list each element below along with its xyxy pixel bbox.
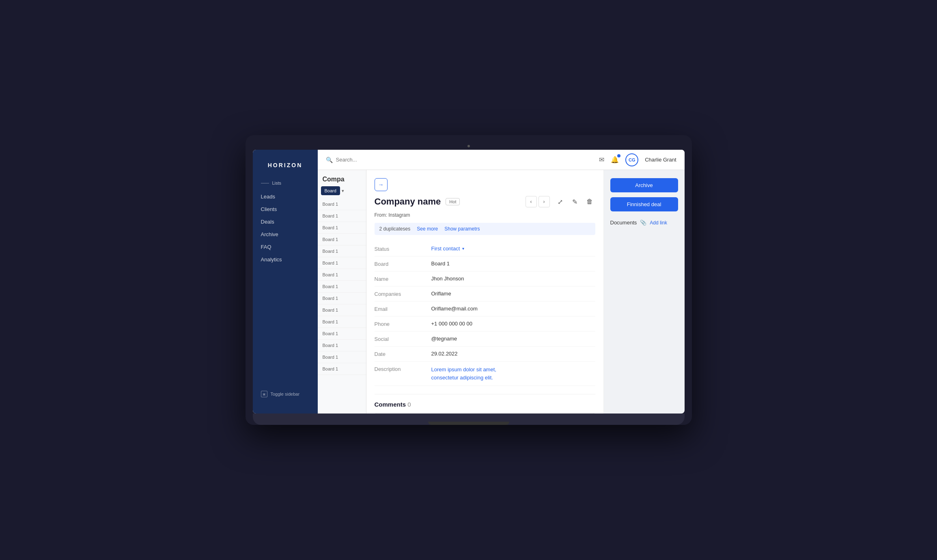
main-content: 🔍 ✉ 🔔 CG Charlie Grant xyxy=(318,150,685,414)
add-link-button[interactable]: Add link xyxy=(650,220,667,226)
field-row-date: Date 29.02.2022 xyxy=(375,347,595,362)
field-row-companies: Companies Oriflame xyxy=(375,286,595,302)
board-item[interactable]: Board 1 xyxy=(318,281,366,293)
field-label-companies: Companies xyxy=(375,291,431,297)
sidebar-item-archive[interactable]: Archive xyxy=(253,228,318,241)
search-icon: 🔍 xyxy=(326,157,333,163)
field-row-description: Description Lorem ipsum dolor sit amet,c… xyxy=(375,362,595,386)
next-button[interactable]: › xyxy=(539,196,550,207)
content-area: Compa Board ▾ Board 1 Board 1 Board 1 Bo… xyxy=(318,170,685,414)
sidebar-section-label: Lists xyxy=(272,181,282,185)
board-tabs: Board ▾ xyxy=(318,186,366,198)
detail-header: Company name Hot ‹ › xyxy=(375,196,595,207)
field-label-email: Email xyxy=(375,306,431,312)
finished-deal-button[interactable]: Finnished deal xyxy=(610,197,678,211)
board-item[interactable]: Board 1 xyxy=(318,198,366,210)
detail-nav: ‹ › xyxy=(526,196,550,207)
field-label-phone: Phone xyxy=(375,321,431,327)
sidebar-toggle-icon: ▣ xyxy=(261,391,267,397)
field-row-status: Status First contact ▾ xyxy=(375,241,595,256)
back-button[interactable]: → xyxy=(375,178,388,191)
board-item[interactable]: Board 1 xyxy=(318,234,366,246)
archive-button[interactable]: Archive xyxy=(610,178,678,192)
comments-header: Comments 0 xyxy=(375,401,595,408)
field-row-board: Board Board 1 xyxy=(375,256,595,271)
arrow-right-icon: → xyxy=(378,181,384,188)
board-item[interactable]: Board 1 xyxy=(318,210,366,222)
duplicates-count: 2 duplicateses xyxy=(379,226,411,232)
topbar: 🔍 ✉ 🔔 CG Charlie Grant xyxy=(318,150,685,170)
duplicates-bar: 2 duplicateses See more Show parametrs xyxy=(375,223,595,235)
search-input[interactable] xyxy=(336,157,417,163)
field-value-date: 29.02.2022 xyxy=(431,351,595,357)
board-item[interactable]: Board 1 xyxy=(318,222,366,234)
field-value-name: Jhon Jhonson xyxy=(431,276,595,282)
field-row-phone: Phone +1 000 000 00 00 xyxy=(375,317,595,332)
board-tab-active[interactable]: Board xyxy=(321,186,340,195)
sidebar-item-clients[interactable]: Clients xyxy=(253,203,318,215)
comments-section: Comments 0 xyxy=(375,394,595,414)
search-area: 🔍 xyxy=(326,157,593,163)
sidebar-section-divider: Lists xyxy=(253,181,318,185)
detail-title-area: Company name Hot xyxy=(375,196,460,207)
field-row-email: Email Oriflame@mail.com xyxy=(375,302,595,317)
sidebar-item-leads[interactable]: Leads xyxy=(253,190,318,203)
field-row-social: Social @tegname xyxy=(375,332,595,347)
mail-icon[interactable]: ✉ xyxy=(599,156,604,164)
fields-table: Status First contact ▾ Board Board 1 xyxy=(375,241,595,386)
see-more-link[interactable]: See more xyxy=(417,226,438,232)
board-item[interactable]: Board 1 xyxy=(318,351,366,363)
field-label-social: Social xyxy=(375,336,431,342)
hot-badge: Hot xyxy=(446,198,460,205)
sidebar: HORIZON Lists Leads Clients Deals Archiv… xyxy=(253,150,318,414)
chevron-left-icon: ‹ xyxy=(530,199,532,205)
field-value-board: Board 1 xyxy=(431,261,595,267)
divider-line xyxy=(261,183,269,183)
board-item[interactable]: Board 1 xyxy=(318,293,366,304)
status-value[interactable]: First contact xyxy=(431,246,460,252)
board-tab-dropdown[interactable]: ▾ xyxy=(342,186,344,195)
avatar[interactable]: CG xyxy=(625,153,638,166)
comments-count: 0 xyxy=(407,401,411,408)
expand-icon[interactable]: ⤢ xyxy=(555,196,566,207)
status-dropdown-icon[interactable]: ▾ xyxy=(462,246,464,251)
edit-icon[interactable]: ✎ xyxy=(569,196,581,207)
show-params-link[interactable]: Show parametrs xyxy=(444,226,480,232)
app-logo: HORIZON xyxy=(253,158,318,181)
board-list-panel: Compa Board ▾ Board 1 Board 1 Board 1 Bo… xyxy=(318,170,366,414)
board-item[interactable]: Board 1 xyxy=(318,246,366,257)
detail-title: Company name xyxy=(375,196,441,207)
field-value-phone: +1 000 000 00 00 xyxy=(431,321,595,327)
field-label-description: Description xyxy=(375,366,431,372)
prev-button[interactable]: ‹ xyxy=(526,196,537,207)
notification-badge xyxy=(617,154,620,157)
field-value-email: Oriflame@mail.com xyxy=(431,306,595,312)
sidebar-item-faq[interactable]: FAQ xyxy=(253,241,318,253)
board-item[interactable]: Board 1 xyxy=(318,328,366,340)
chevron-right-icon: › xyxy=(543,199,545,205)
documents-header: Documents 📎 Add link xyxy=(610,220,678,226)
board-item[interactable]: Board 1 xyxy=(318,269,366,281)
field-value-description: Lorem ipsum dolor sit amet,consectetur a… xyxy=(431,366,595,381)
board-item[interactable]: Board 1 xyxy=(318,316,366,328)
clip-icon: 📎 xyxy=(640,220,646,226)
board-item[interactable]: Board 1 xyxy=(318,304,366,316)
board-list-header: Compa xyxy=(318,170,366,186)
field-label-status: Status xyxy=(375,246,431,252)
bell-icon[interactable]: 🔔 xyxy=(611,156,619,164)
right-panel: Archive Finnished deal Documents 📎 Add l… xyxy=(603,170,685,414)
sidebar-item-analytics[interactable]: Analytics xyxy=(253,253,318,266)
field-label-date: Date xyxy=(375,351,431,357)
board-item[interactable]: Board 1 xyxy=(318,257,366,269)
board-item[interactable]: Board 1 xyxy=(318,363,366,375)
delete-icon[interactable]: 🗑 xyxy=(584,196,595,207)
toggle-sidebar-button[interactable]: ▣ Toggle sidebar xyxy=(253,383,318,405)
field-label-board: Board xyxy=(375,261,431,267)
user-name: Charlie Grant xyxy=(645,157,676,163)
documents-section: Documents 📎 Add link xyxy=(610,220,678,226)
sidebar-item-deals[interactable]: Deals xyxy=(253,215,318,228)
documents-label: Documents xyxy=(610,220,637,226)
detail-actions: ⤢ ✎ 🗑 xyxy=(555,196,595,207)
board-item[interactable]: Board 1 xyxy=(318,340,366,351)
detail-panel: → Company name Hot ‹ xyxy=(366,170,603,414)
